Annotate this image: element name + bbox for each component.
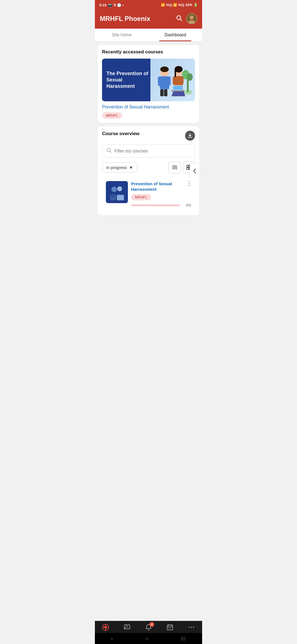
- status-bar: 9:15 📷 𝕏 🕐 • 📶 Vo)) 📶 Vo)) 62% 🔋: [95, 0, 202, 10]
- svg-rect-40: [111, 195, 115, 196]
- banner-text: The Prevention of Sexual Harassment: [106, 70, 150, 89]
- course-link[interactable]: Prevention of Sexual Harrassment: [102, 105, 195, 110]
- course-list-item: Prevention of Sexual Harrassment MRHFL 0…: [102, 177, 195, 211]
- progress-bar-background: [131, 204, 180, 206]
- svg-point-37: [117, 186, 122, 191]
- search-bar[interactable]: [102, 144, 195, 157]
- svg-rect-22: [175, 69, 176, 77]
- svg-rect-13: [160, 89, 164, 96]
- search-icon: [106, 148, 112, 154]
- progress-percent: 0%: [183, 203, 191, 207]
- search-icon[interactable]: [176, 15, 182, 23]
- download-icon[interactable]: [185, 131, 195, 141]
- banner-illustration: [150, 59, 195, 101]
- course-name[interactable]: Prevention of Sexual Harrassment: [131, 181, 191, 192]
- svg-rect-31: [187, 165, 189, 167]
- status-signal: 📶 Vo)) 📶 Vo)): [161, 3, 184, 7]
- svg-rect-12: [167, 77, 170, 85]
- tab-navigation: Site home Dashboard: [95, 29, 202, 42]
- chevron-down-icon: ▼: [129, 165, 133, 170]
- course-banner[interactable]: The Prevention of Sexual Harassment: [102, 59, 195, 101]
- sort-view-button[interactable]: [169, 161, 181, 173]
- course-tag: MRHFL: [102, 112, 122, 119]
- recently-accessed-title: Recently accessed courses: [102, 49, 195, 55]
- status-left: 9:15 📷 𝕏 🕐 •: [99, 3, 123, 7]
- course-overview-title: Course overview: [102, 131, 139, 137]
- course-item-tag: MRHFL: [131, 194, 151, 200]
- svg-rect-25: [173, 86, 183, 90]
- header-icons: [176, 13, 197, 24]
- course-info: Prevention of Sexual Harrassment MRHFL 0…: [131, 181, 191, 207]
- filter-label: In progress: [106, 165, 127, 170]
- svg-line-1: [180, 19, 182, 21]
- status-right: 📶 Vo)) 📶 Vo)) 62% 🔋: [161, 3, 198, 7]
- progress-row: 0%: [131, 203, 191, 207]
- filter-dropdown[interactable]: In progress ▼: [102, 162, 137, 173]
- section-header: Course overview: [102, 131, 195, 141]
- back-arrow-button[interactable]: [190, 164, 200, 178]
- svg-point-15: [160, 66, 169, 72]
- course-overview-card: Course overview: [98, 126, 199, 215]
- svg-line-27: [110, 151, 111, 153]
- svg-rect-18: [173, 76, 176, 85]
- banner-light-section: [150, 59, 195, 101]
- app-title: MRHFL Phoenix: [100, 15, 150, 23]
- more-options-button[interactable]: ⋮: [186, 181, 192, 187]
- app-header: MRHFL Phoenix: [95, 10, 202, 29]
- filter-row: In progress ▼: [102, 161, 195, 173]
- svg-point-3: [190, 15, 194, 19]
- status-time: 9:15: [99, 3, 106, 7]
- status-battery: 62%: [186, 3, 192, 7]
- avatar[interactable]: [186, 13, 197, 24]
- svg-rect-39: [117, 195, 124, 200]
- svg-point-8: [187, 73, 193, 81]
- main-content: Recently accessed courses The Prevention…: [95, 42, 202, 247]
- course-thumbnail: [106, 181, 128, 203]
- recently-accessed-card: Recently accessed courses The Prevention…: [98, 45, 199, 123]
- bottom-spacer: [98, 219, 199, 244]
- svg-rect-19: [181, 76, 183, 84]
- svg-rect-41: [111, 197, 114, 197]
- tab-dashboard[interactable]: Dashboard: [148, 29, 202, 41]
- tab-site-home[interactable]: Site home: [95, 29, 148, 41]
- svg-point-36: [111, 187, 117, 192]
- svg-rect-35: [106, 181, 128, 203]
- svg-rect-14: [164, 89, 167, 96]
- battery-icon: 🔋: [194, 3, 198, 7]
- svg-rect-11: [158, 77, 162, 86]
- filter-courses-input[interactable]: [114, 149, 191, 154]
- status-icons: 📷 𝕏 🕐 •: [108, 3, 123, 7]
- banner-dark-section: The Prevention of Sexual Harassment: [102, 59, 153, 101]
- svg-rect-33: [187, 168, 189, 170]
- course-thumb-illustration: [106, 181, 128, 203]
